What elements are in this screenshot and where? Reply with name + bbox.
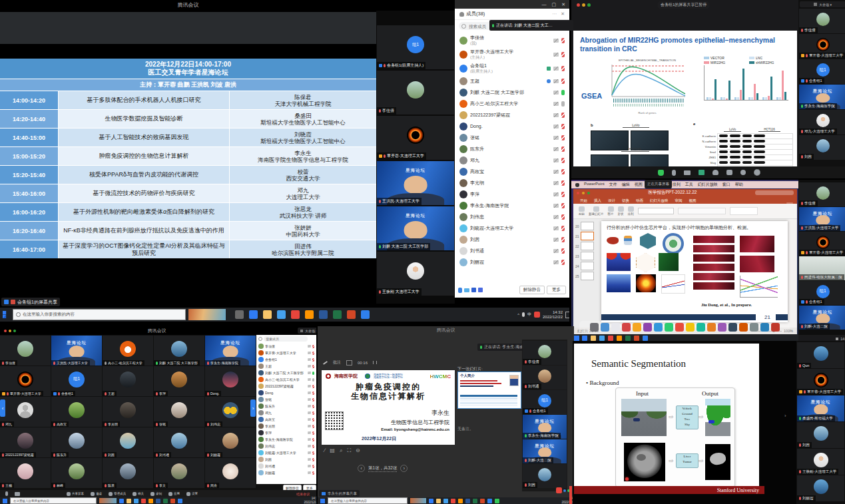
camera-off-icon[interactable] — [308, 431, 311, 434]
taskbar-app-icon[interactable] — [178, 499, 182, 503]
taskbar-search[interactable]: 在这里输入你要搜索的内容 — [13, 309, 186, 320]
member-row[interactable]: 刘丽霞 — [256, 469, 316, 476]
start-button[interactable] — [320, 499, 325, 503]
ribbon-tab[interactable]: 设计 — [605, 198, 618, 204]
menu-item[interactable]: 编辑 — [622, 182, 630, 188]
security-shield-icon[interactable] — [658, 170, 664, 176]
member-row[interactable]: Dong. — [455, 121, 569, 132]
traffic-min-icon[interactable] — [9, 330, 11, 332]
video-tile[interactable]: 组1 会务组1(联席主持人) — [377, 25, 454, 69]
camera-off-icon[interactable] — [308, 391, 311, 394]
slide-thumbnail[interactable]: 25 — [575, 272, 598, 280]
camera-off-icon[interactable] — [553, 136, 559, 140]
video-tile[interactable]: 覃开蓉-大连理工大学 — [799, 34, 845, 59]
taskbar-app-icon[interactable] — [319, 310, 328, 319]
menu-item[interactable]: 排列 — [673, 182, 681, 188]
video-tile[interactable]: 田进伟-哈医大附属二院 — [799, 256, 845, 280]
ribbon-button[interactable]: 形状 — [618, 206, 624, 216]
camera-off-icon[interactable] — [308, 471, 311, 474]
video-tile[interactable]: 星海论坛 刘麒-大连二院 — [523, 439, 567, 463]
video-tile[interactable]: 覃开蓉-大连理工大学 — [377, 116, 454, 160]
dock-app-icon[interactable] — [750, 323, 758, 332]
camera-off-icon[interactable] — [308, 358, 311, 361]
dock-app-icon[interactable] — [697, 323, 705, 332]
camera-off-icon[interactable] — [553, 53, 559, 57]
member-row[interactable]: 覃开蓉-大连理工大学 (主持人) — [455, 47, 569, 61]
menu-item[interactable]: 窗口 — [722, 182, 730, 188]
taskbar-app-icon[interactable] — [634, 336, 639, 341]
grid-icon[interactable] — [346, 360, 352, 366]
ribbon-tab[interactable]: 开始 — [577, 198, 590, 204]
tray-lang[interactable]: 中 — [527, 312, 531, 318]
video-tile[interactable]: 星海论坛 李永生-海南医学院 — [205, 336, 256, 366]
annotate-label[interactable]: 批注 — [333, 360, 341, 366]
dock-app-icon[interactable] — [718, 323, 726, 332]
video-tile[interactable]: 2022122397梁铭霞 — [0, 427, 51, 457]
video-tile[interactable]: 刘伟忠 — [205, 397, 256, 427]
panel-close-icon[interactable]: ✕ — [561, 11, 565, 17]
ribbon-button[interactable]: 粘贴 — [579, 206, 585, 216]
taskbar-search[interactable]: 在这里输入你要搜索的内容 — [328, 497, 408, 504]
taskbar-app-icon[interactable] — [361, 310, 370, 319]
mic-icon[interactable] — [561, 101, 565, 107]
highlighter-tool-icon[interactable]: ▤ — [330, 447, 335, 454]
camera-off-icon[interactable] — [308, 372, 311, 374]
dock-app-icon[interactable] — [643, 323, 652, 332]
traffic-zoom-icon[interactable] — [587, 3, 591, 7]
toolbar-item[interactable]: 邀请 — [91, 492, 102, 496]
member-row[interactable]: 张铭 — [455, 132, 569, 143]
member-row[interactable]: 覃开蓉-大连理工大学 — [256, 350, 316, 356]
menu-item[interactable]: 视图 — [635, 182, 643, 188]
traffic-min-icon[interactable] — [582, 192, 585, 194]
slide-thumbnail[interactable]: 20 — [575, 222, 598, 230]
mic-icon[interactable] — [561, 260, 565, 265]
taskbar-app-icon[interactable] — [347, 310, 356, 319]
dock-app-icon[interactable] — [675, 323, 684, 332]
member-row[interactable]: 刘伟忠 — [256, 443, 316, 449]
camera-off-icon[interactable] — [553, 260, 559, 264]
camera-off-icon[interactable] — [553, 158, 559, 162]
dock-app-icon[interactable] — [633, 323, 641, 332]
dock-app-icon[interactable] — [686, 323, 695, 332]
menu-item[interactable]: 工具 — [685, 182, 693, 188]
dock-app-icon[interactable] — [611, 323, 620, 332]
layout-switcher[interactable]: 大会场 ▾ — [800, 1, 845, 7]
dock-app-icon[interactable] — [760, 323, 769, 332]
member-search-input[interactable] — [264, 336, 308, 342]
close-icon[interactable]: ✕ — [561, 2, 565, 7]
video-tile[interactable]: 王焕刚 大连理工大学 — [377, 252, 454, 296]
camera-toolbar-icon[interactable] — [15, 492, 20, 496]
taskbar-app-icon[interactable] — [591, 336, 596, 341]
mic-icon[interactable] — [561, 192, 565, 197]
camera-off-icon[interactable] — [308, 345, 311, 348]
camera-off-icon[interactable] — [553, 170, 559, 174]
member-row[interactable]: 李永生-海南医学院 — [256, 436, 316, 443]
mic-icon[interactable] — [561, 38, 565, 43]
minimize-icon[interactable]: — — [542, 2, 547, 7]
mic-icon[interactable] — [312, 431, 314, 435]
toolbar-item[interactable]: 应用 — [168, 492, 180, 496]
panel-more-icon[interactable]: ⋯ — [552, 11, 557, 17]
camera-off-icon[interactable] — [308, 418, 311, 421]
camera-off-icon[interactable] — [553, 125, 559, 128]
video-tile[interactable]: 组1 会务组1 — [51, 366, 102, 396]
camera-off-icon[interactable] — [553, 79, 559, 83]
video-tile[interactable]: 星海论坛 桑盛田-斯坦福大学 — [797, 395, 844, 421]
camera-off-icon[interactable] — [308, 465, 311, 467]
mic-icon[interactable] — [312, 425, 314, 428]
menu-item[interactable]: PowerPoint — [584, 182, 605, 188]
unmute-all-button[interactable]: 解除静音 — [519, 286, 545, 294]
pause-icon[interactable] — [373, 361, 377, 364]
taskbar-app-icon[interactable] — [599, 336, 605, 341]
ribbon-button[interactable]: 新建幻灯片 — [589, 206, 604, 216]
video-tile[interactable]: 星海论坛 李永生-海南医学院 — [799, 85, 845, 109]
taskbar-search[interactable]: 在这里输入你要搜索的内容 — [10, 497, 97, 504]
font-box[interactable] — [638, 208, 674, 214]
tray-clock[interactable]: 14:32 2022/12/22 — [543, 310, 563, 319]
video-tile[interactable]: 覃开蓉-大连理工大学 — [799, 232, 845, 256]
mic-icon[interactable] — [561, 135, 565, 140]
member-row[interactable]: 高政宝 — [455, 166, 569, 177]
mic-icon[interactable] — [312, 391, 314, 395]
mic-icon[interactable] — [312, 451, 314, 455]
video-tile[interactable]: 李萍 — [154, 366, 204, 396]
